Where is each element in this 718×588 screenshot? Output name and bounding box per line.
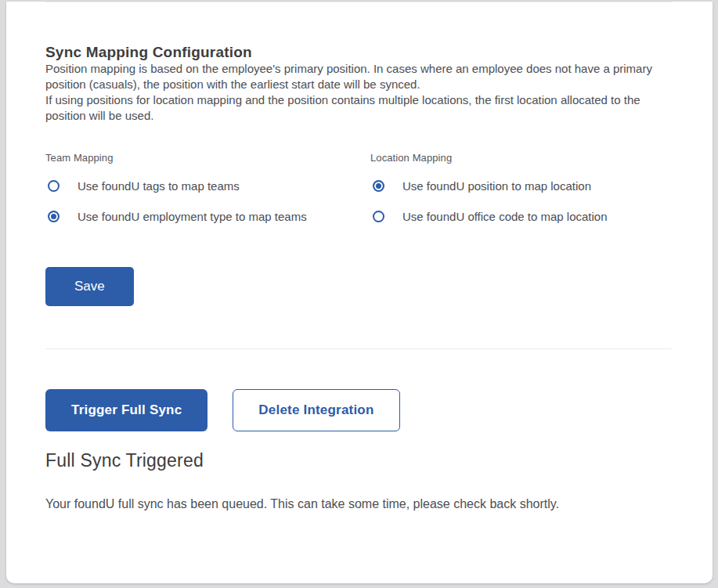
radio-use-foundu-tags[interactable] <box>48 180 60 192</box>
integration-actions: Trigger Full Sync Delete Integration <box>45 389 672 431</box>
location-mapping-option-position[interactable]: Use foundU position to map location <box>370 177 672 194</box>
team-mapping-label: Team Mapping <box>45 152 370 164</box>
radio-label-use-foundu-tags[interactable]: Use foundU tags to map teams <box>78 179 240 193</box>
team-mapping-option-employment-type[interactable]: Use foundU employment type to map teams <box>45 207 370 225</box>
save-button[interactable]: Save <box>45 267 134 306</box>
radio-use-foundu-employment-type[interactable] <box>48 211 60 222</box>
location-mapping-option-office-code[interactable]: Use foundU office code to map location <box>370 207 672 225</box>
radio-label-use-foundu-office-code[interactable]: Use foundU office code to map location <box>402 210 608 223</box>
full-sync-status-message: Your foundU full sync has been queued. T… <box>45 497 672 511</box>
mapping-columns: Team Mapping Use foundU tags to map team… <box>45 152 672 225</box>
full-sync-triggered-title: Full Sync Triggered <box>45 450 672 471</box>
delete-integration-button[interactable]: Delete Integration <box>233 389 399 431</box>
team-mapping-option-tags[interactable]: Use foundU tags to map teams <box>45 177 370 194</box>
sync-mapping-title: Sync Mapping Configuration <box>45 44 672 61</box>
settings-card: Sync Mapping Configuration Position mapp… <box>6 2 713 583</box>
location-mapping-column: Location Mapping Use foundU position to … <box>370 152 672 225</box>
team-mapping-column: Team Mapping Use foundU tags to map team… <box>45 152 370 225</box>
position-mapping-description: Position mapping is based on the employe… <box>45 61 672 92</box>
location-mapping-label: Location Mapping <box>370 152 672 164</box>
radio-label-use-foundu-employment-type[interactable]: Use foundU employment type to map teams <box>78 210 307 223</box>
radio-use-foundu-office-code[interactable] <box>373 211 384 222</box>
trigger-full-sync-button[interactable]: Trigger Full Sync <box>45 389 207 431</box>
radio-label-use-foundu-position[interactable]: Use foundU position to map location <box>402 179 591 193</box>
section-divider <box>45 348 672 349</box>
location-mapping-description: If using positions for location mapping … <box>45 92 672 124</box>
top-divider <box>45 2 672 2</box>
radio-use-foundu-position[interactable] <box>373 180 384 192</box>
